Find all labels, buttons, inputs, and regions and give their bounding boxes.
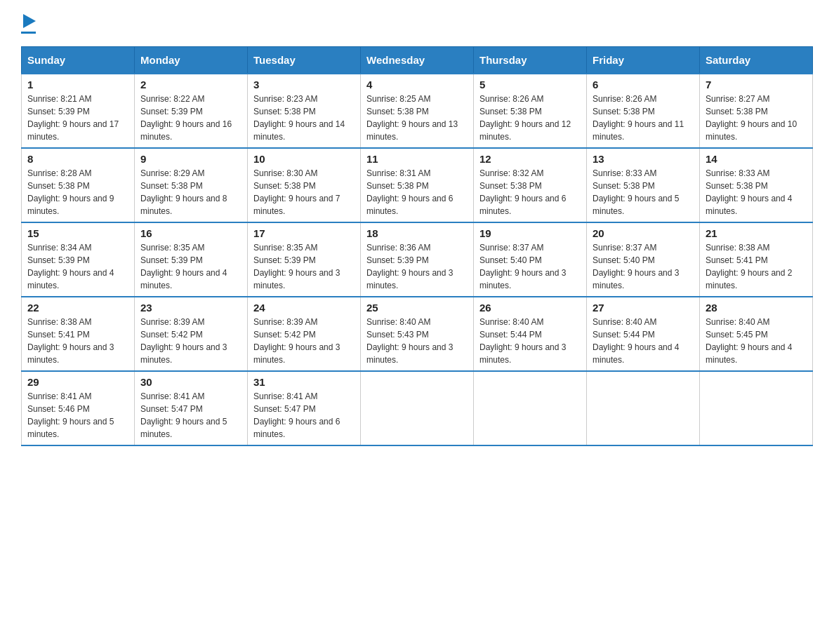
sunrise-label: Sunrise: 8:35 AM	[253, 243, 317, 253]
day-number: 25	[366, 302, 468, 314]
day-info: Sunrise: 8:22 AM Sunset: 5:39 PM Dayligh…	[140, 93, 241, 143]
day-info: Sunrise: 8:35 AM Sunset: 5:39 PM Dayligh…	[140, 241, 241, 292]
sunset-label: Sunset: 5:38 PM	[253, 107, 316, 116]
daylight-label: Daylight: 9 hours and 3 minutes.	[366, 268, 453, 290]
week-row-4: 22 Sunrise: 8:38 AM Sunset: 5:41 PM Dayl…	[22, 297, 813, 371]
daylight-label: Daylight: 9 hours and 6 minutes.	[366, 194, 453, 216]
calendar-cell: 16 Sunrise: 8:35 AM Sunset: 5:39 PM Dayl…	[135, 222, 248, 297]
calendar-cell: 4 Sunrise: 8:25 AM Sunset: 5:38 PM Dayli…	[361, 74, 474, 148]
day-number: 10	[253, 153, 355, 165]
sunset-label: Sunset: 5:43 PM	[366, 330, 429, 340]
sunrise-label: Sunrise: 8:35 AM	[140, 243, 204, 253]
daylight-label: Daylight: 9 hours and 3 minutes.	[140, 342, 227, 365]
calendar-cell: 22 Sunrise: 8:38 AM Sunset: 5:41 PM Dayl…	[22, 297, 135, 371]
day-number: 5	[479, 79, 581, 90]
day-info: Sunrise: 8:33 AM Sunset: 5:38 PM Dayligh…	[593, 167, 694, 217]
sunrise-label: Sunrise: 8:37 AM	[479, 243, 543, 253]
daylight-label: Daylight: 9 hours and 5 minutes.	[140, 417, 227, 439]
calendar-cell: 11 Sunrise: 8:31 AM Sunset: 5:38 PM Dayl…	[361, 148, 474, 222]
daylight-label: Daylight: 9 hours and 6 minutes.	[479, 194, 566, 216]
day-info: Sunrise: 8:41 AM Sunset: 5:47 PM Dayligh…	[140, 390, 241, 441]
calendar-cell: 10 Sunrise: 8:30 AM Sunset: 5:38 PM Dayl…	[248, 148, 361, 222]
day-info: Sunrise: 8:21 AM Sunset: 5:39 PM Dayligh…	[27, 93, 128, 143]
daylight-label: Daylight: 9 hours and 4 minutes.	[706, 342, 792, 365]
daylight-label: Daylight: 9 hours and 4 minutes.	[27, 268, 114, 290]
day-info: Sunrise: 8:29 AM Sunset: 5:38 PM Dayligh…	[140, 167, 241, 217]
page-header	[21, 14, 813, 34]
day-number: 11	[366, 153, 468, 165]
column-header-wednesday: Wednesday	[361, 47, 474, 74]
sunrise-label: Sunrise: 8:23 AM	[253, 94, 317, 104]
day-info: Sunrise: 8:40 AM Sunset: 5:45 PM Dayligh…	[706, 316, 807, 366]
day-number: 3	[253, 79, 355, 90]
daylight-label: Daylight: 9 hours and 12 minutes.	[479, 119, 571, 142]
calendar-cell: 15 Sunrise: 8:34 AM Sunset: 5:39 PM Dayl…	[22, 222, 135, 297]
day-info: Sunrise: 8:25 AM Sunset: 5:38 PM Dayligh…	[366, 93, 468, 143]
daylight-label: Daylight: 9 hours and 3 minutes.	[27, 342, 114, 365]
calendar-cell: 1 Sunrise: 8:21 AM Sunset: 5:39 PM Dayli…	[22, 74, 135, 148]
column-header-sunday: Sunday	[22, 47, 135, 74]
sunrise-label: Sunrise: 8:22 AM	[140, 94, 204, 104]
calendar-cell: 18 Sunrise: 8:36 AM Sunset: 5:39 PM Dayl…	[361, 222, 474, 297]
daylight-label: Daylight: 9 hours and 3 minutes.	[366, 342, 453, 365]
week-row-1: 1 Sunrise: 8:21 AM Sunset: 5:39 PM Dayli…	[22, 74, 813, 148]
daylight-label: Daylight: 9 hours and 3 minutes.	[253, 268, 340, 290]
daylight-label: Daylight: 9 hours and 3 minutes.	[593, 268, 679, 290]
calendar-cell: 27 Sunrise: 8:40 AM Sunset: 5:44 PM Dayl…	[587, 297, 700, 371]
calendar-cell: 14 Sunrise: 8:33 AM Sunset: 5:38 PM Dayl…	[700, 148, 813, 222]
sunrise-label: Sunrise: 8:25 AM	[366, 94, 430, 104]
sunset-label: Sunset: 5:47 PM	[140, 404, 203, 414]
sunset-label: Sunset: 5:38 PM	[27, 181, 90, 191]
sunset-label: Sunset: 5:42 PM	[253, 330, 316, 340]
day-info: Sunrise: 8:36 AM Sunset: 5:39 PM Dayligh…	[366, 241, 468, 292]
day-info: Sunrise: 8:26 AM Sunset: 5:38 PM Dayligh…	[593, 93, 694, 143]
sunset-label: Sunset: 5:39 PM	[140, 107, 203, 116]
sunset-label: Sunset: 5:38 PM	[479, 107, 542, 116]
day-number: 27	[593, 302, 694, 314]
calendar-cell: 17 Sunrise: 8:35 AM Sunset: 5:39 PM Dayl…	[248, 222, 361, 297]
calendar-cell: 19 Sunrise: 8:37 AM Sunset: 5:40 PM Dayl…	[474, 222, 587, 297]
calendar-cell: 30 Sunrise: 8:41 AM Sunset: 5:47 PM Dayl…	[135, 371, 248, 445]
sunrise-label: Sunrise: 8:41 AM	[253, 391, 317, 401]
sunrise-label: Sunrise: 8:37 AM	[593, 243, 656, 253]
sunset-label: Sunset: 5:39 PM	[366, 255, 429, 265]
day-info: Sunrise: 8:33 AM Sunset: 5:38 PM Dayligh…	[706, 167, 807, 217]
daylight-label: Daylight: 9 hours and 8 minutes.	[140, 194, 227, 216]
calendar-cell: 20 Sunrise: 8:37 AM Sunset: 5:40 PM Dayl…	[587, 222, 700, 297]
day-number: 20	[593, 227, 694, 239]
sunset-label: Sunset: 5:38 PM	[593, 181, 655, 191]
day-number: 22	[27, 302, 128, 314]
sunset-label: Sunset: 5:41 PM	[706, 255, 768, 265]
day-info: Sunrise: 8:39 AM Sunset: 5:42 PM Dayligh…	[253, 316, 355, 366]
calendar-cell: 28 Sunrise: 8:40 AM Sunset: 5:45 PM Dayl…	[700, 297, 813, 371]
day-number: 14	[706, 153, 807, 165]
daylight-label: Daylight: 9 hours and 10 minutes.	[706, 119, 797, 142]
calendar-table: SundayMondayTuesdayWednesdayThursdayFrid…	[21, 46, 813, 446]
daylight-label: Daylight: 9 hours and 14 minutes.	[253, 119, 345, 142]
daylight-label: Daylight: 9 hours and 5 minutes.	[593, 194, 679, 216]
logo	[21, 14, 36, 34]
day-number: 23	[140, 302, 241, 314]
day-number: 15	[27, 227, 128, 239]
svg-marker-0	[23, 14, 36, 28]
sunrise-label: Sunrise: 8:40 AM	[366, 317, 430, 327]
sunset-label: Sunset: 5:38 PM	[479, 181, 542, 191]
day-info: Sunrise: 8:31 AM Sunset: 5:38 PM Dayligh…	[366, 167, 468, 217]
sunrise-label: Sunrise: 8:33 AM	[706, 168, 769, 178]
sunset-label: Sunset: 5:38 PM	[706, 107, 768, 116]
daylight-label: Daylight: 9 hours and 17 minutes.	[27, 119, 119, 142]
day-info: Sunrise: 8:41 AM Sunset: 5:46 PM Dayligh…	[27, 390, 128, 441]
day-info: Sunrise: 8:37 AM Sunset: 5:40 PM Dayligh…	[479, 241, 581, 292]
calendar-cell: 6 Sunrise: 8:26 AM Sunset: 5:38 PM Dayli…	[587, 74, 700, 148]
logo-arrow-icon	[23, 14, 36, 31]
sunrise-label: Sunrise: 8:40 AM	[706, 317, 769, 327]
daylight-label: Daylight: 9 hours and 6 minutes.	[253, 417, 340, 439]
sunrise-label: Sunrise: 8:31 AM	[366, 168, 430, 178]
calendar-cell	[361, 371, 474, 445]
sunset-label: Sunset: 5:46 PM	[27, 404, 90, 414]
sunset-label: Sunset: 5:38 PM	[366, 181, 429, 191]
day-info: Sunrise: 8:32 AM Sunset: 5:38 PM Dayligh…	[479, 167, 581, 217]
daylight-label: Daylight: 9 hours and 11 minutes.	[593, 119, 684, 142]
day-number: 29	[27, 376, 128, 388]
day-info: Sunrise: 8:34 AM Sunset: 5:39 PM Dayligh…	[27, 241, 128, 292]
